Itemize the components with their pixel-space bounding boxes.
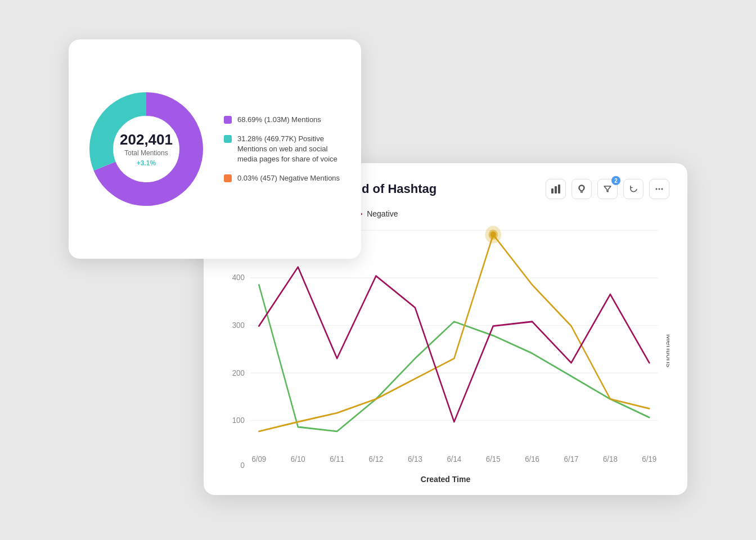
svg-text:6/13: 6/13: [408, 454, 422, 464]
svg-point-9: [659, 188, 660, 190]
svg-text:Mentions: Mentions: [665, 334, 669, 367]
svg-text:200: 200: [232, 368, 245, 377]
chart-actions: 2: [546, 179, 669, 199]
legend-dot-teal: [224, 135, 232, 143]
svg-rect-5: [555, 186, 557, 194]
donut-legend: 68.69% (1.03M) Mentions 31.28% (469.77K)…: [224, 115, 345, 184]
legend-text-orange: 0.03% (457) Negative Mentions: [237, 173, 340, 183]
svg-text:6/10: 6/10: [291, 454, 305, 464]
donut-center: 202,401 Total Mentions +3.1%: [120, 132, 173, 167]
refresh-button[interactable]: [623, 179, 644, 199]
total-label: Total Mentions: [120, 148, 173, 156]
svg-text:6/19: 6/19: [642, 454, 656, 464]
svg-text:6/18: 6/18: [603, 454, 618, 464]
svg-text:0: 0: [240, 461, 245, 470]
svg-text:6/16: 6/16: [525, 454, 539, 464]
legend-item-teal: 31.28% (469.77K) Positive Mentions on we…: [224, 134, 345, 165]
filter-button[interactable]: 2: [597, 179, 618, 199]
svg-point-10: [662, 188, 663, 190]
tooltip-dot: [490, 232, 496, 238]
legend-text-teal: 31.28% (469.77K) Positive Mentions on we…: [237, 134, 345, 165]
total-change: +3.1%: [120, 159, 173, 166]
svg-text:6/17: 6/17: [564, 454, 579, 464]
svg-point-8: [656, 188, 658, 190]
x-axis-label: Created Time: [222, 475, 669, 484]
legend-label-negative: Negative: [367, 209, 398, 218]
legend-item-purple: 68.69% (1.03M) Mentions: [224, 115, 345, 125]
filter-badge: 2: [611, 176, 620, 185]
svg-text:6/12: 6/12: [369, 454, 384, 464]
bar-chart-button[interactable]: [546, 179, 566, 199]
legend-dot-orange: [224, 174, 232, 182]
svg-rect-4: [551, 188, 554, 194]
legend-text-purple: 68.69% (1.03M) Mentions: [237, 115, 321, 125]
svg-text:6/15: 6/15: [486, 454, 501, 464]
more-button[interactable]: [649, 179, 669, 199]
svg-text:400: 400: [232, 273, 245, 282]
donut-chart: 202,401 Total Mentions +3.1%: [84, 87, 208, 211]
chart-area: 500 400 300 200 100 0 Mentions 6/09 6/10…: [222, 224, 669, 471]
svg-text:6/09: 6/09: [251, 454, 266, 464]
svg-text:6/11: 6/11: [330, 454, 344, 464]
donut-card: 202,401 Total Mentions +3.1% 68.69% (1.0…: [69, 39, 361, 259]
svg-text:6/14: 6/14: [447, 454, 461, 464]
svg-rect-6: [558, 184, 560, 194]
legend-dot-purple: [224, 116, 232, 124]
svg-text:300: 300: [232, 320, 245, 330]
svg-text:100: 100: [232, 416, 245, 425]
legend-item-orange: 0.03% (457) Negative Mentions: [224, 173, 345, 183]
total-number: 202,401: [120, 132, 173, 148]
lightbulb-button[interactable]: [572, 179, 592, 199]
